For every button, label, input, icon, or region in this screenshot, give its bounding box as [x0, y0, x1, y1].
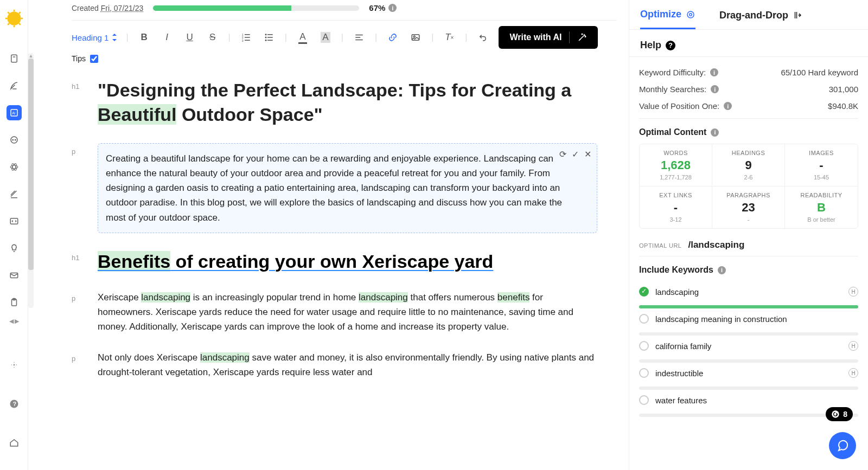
rail-bulb-icon[interactable] — [7, 241, 22, 256]
svg-point-38 — [265, 34, 266, 35]
metric-cell: HEADINGS92-6 — [712, 144, 785, 186]
rail-chev-right-icon[interactable]: ▶ — [15, 318, 19, 325]
paragraph-1[interactable]: Xeriscape landscaping is an increasingly… — [98, 290, 597, 334]
rail-underline-icon[interactable] — [7, 186, 22, 202]
ms-label: Monthly Searches: — [639, 85, 706, 94]
metric-cell: PARAGRAPHS23- — [712, 186, 785, 228]
rail-code-icon[interactable] — [7, 214, 22, 229]
keyword-text: landscaping meaning in construction — [655, 314, 858, 324]
info-icon[interactable]: i — [724, 102, 732, 110]
rail-mail-icon[interactable] — [7, 268, 22, 283]
info-icon[interactable]: i — [711, 128, 719, 137]
rail-home-icon[interactable] — [7, 435, 22, 450]
svg-point-16 — [10, 165, 18, 169]
keyword-row[interactable]: landscapingH — [639, 281, 858, 302]
info-icon[interactable]: i — [711, 85, 719, 93]
app-logo — [4, 9, 24, 28]
ai-suggestion-box[interactable]: ⟳ ✓ ✕ Creating a beautiful landscape for… — [98, 143, 597, 233]
keyword-text: landscaping — [655, 287, 842, 297]
target-icon — [686, 10, 695, 20]
keyword-row[interactable]: california familyH — [639, 336, 858, 356]
editor-toolbar: Heading 1 | B I U S | 123 | A A | | — [72, 26, 617, 53]
rail-ai-icon[interactable]: AI — [7, 105, 22, 120]
svg-point-49 — [585, 36, 586, 37]
rail-clipboard-icon[interactable] — [7, 295, 22, 310]
clear-format-button[interactable]: T× — [442, 30, 456, 44]
accept-icon[interactable]: ✓ — [572, 149, 579, 159]
tab-drag-drop[interactable]: Drag-and-Drop — [719, 9, 802, 29]
grammar-badge[interactable]: 8 — [826, 407, 853, 421]
svg-point-14 — [12, 139, 14, 140]
write-with-ai-button[interactable]: Write with AI — [499, 26, 598, 49]
svg-line-8 — [8, 23, 9, 25]
text-color-button[interactable]: A — [296, 30, 310, 44]
heading-1-benefits[interactable]: Benefits of creating your own Xeriscape … — [98, 249, 493, 274]
chat-button[interactable] — [829, 432, 856, 459]
svg-point-26 — [11, 364, 12, 365]
kd-value: 65/100 Hard keyword — [781, 68, 858, 77]
bold-button[interactable]: B — [137, 30, 151, 44]
svg-rect-35 — [245, 37, 250, 38]
paragraph-2[interactable]: Not only does Xeriscape landscaping save… — [98, 350, 597, 379]
strike-button[interactable]: S — [206, 30, 220, 44]
heading-badge: H — [848, 287, 858, 297]
underline-button[interactable]: U — [183, 30, 197, 44]
highlight-button[interactable]: A — [318, 30, 333, 44]
undo-button[interactable] — [476, 30, 490, 44]
keyword-text: water features — [655, 396, 858, 405]
svg-point-42 — [265, 40, 266, 41]
heading-1[interactable]: "Designing the Perfect Landscape: Tips f… — [98, 78, 597, 127]
info-icon[interactable]: i — [388, 4, 397, 12]
document-body[interactable]: h1 "Designing the Perfect Landscape: Tip… — [72, 78, 617, 380]
tips-toggle[interactable]: Tips — [72, 54, 617, 63]
editor-scrollbar[interactable] — [620, 65, 626, 394]
refresh-icon[interactable]: ⟳ — [559, 149, 566, 159]
left-sidebar: AI ◀▶ ? — [0, 0, 28, 470]
rail-sparkle-icon[interactable] — [7, 357, 22, 372]
include-keywords-title: Include Keywords — [639, 265, 713, 275]
keyword-status-icon — [639, 314, 649, 324]
rail-chat-icon[interactable] — [7, 132, 22, 147]
tab-help[interactable]: Help ? — [640, 40, 857, 51]
metric-cell: IMAGES-15-45 — [785, 144, 858, 186]
created-date: Fri, 07/21/23 — [101, 4, 144, 12]
keyword-row[interactable]: indestructibleH — [639, 363, 858, 383]
optimal-url-value: /landscaping — [688, 240, 744, 250]
keyword-status-icon — [639, 395, 649, 405]
ordered-list-button[interactable]: 123 — [239, 30, 253, 44]
svg-point-29 — [14, 367, 15, 368]
heading-badge: H — [848, 341, 858, 351]
keyword-list: landscapingHlandscaping meaning in const… — [639, 281, 858, 417]
vp-label: Value of Position One: — [639, 101, 719, 111]
drag-icon — [793, 10, 802, 20]
progress-bar — [153, 5, 359, 11]
rail-atom-icon[interactable] — [7, 159, 22, 175]
info-icon[interactable]: i — [718, 266, 726, 274]
rail-docs-icon[interactable] — [7, 51, 22, 66]
heading-select[interactable]: Heading 1 — [72, 33, 117, 42]
keyword-row[interactable]: water features — [639, 390, 858, 410]
svg-line-5 — [8, 12, 9, 14]
italic-button[interactable]: I — [160, 30, 174, 44]
svg-point-13 — [11, 137, 17, 143]
rail-feather-icon[interactable] — [7, 78, 22, 93]
rail-help-icon[interactable]: ? — [7, 396, 22, 411]
svg-point-15 — [15, 139, 16, 140]
metric-cell: WORDS1,6281,277-1,728 — [640, 144, 712, 186]
svg-point-53 — [832, 410, 839, 417]
info-icon[interactable]: i — [710, 68, 718, 76]
progress-percent: 67%i — [369, 3, 397, 12]
svg-text:?: ? — [12, 401, 16, 407]
optimal-content-title: Optimal Content — [639, 127, 706, 137]
keyword-row[interactable]: landscaping meaning in construction — [639, 308, 858, 329]
unordered-list-button[interactable] — [262, 30, 276, 44]
link-button[interactable] — [386, 30, 400, 44]
tips-checkbox[interactable] — [90, 55, 98, 63]
image-button[interactable] — [409, 30, 423, 44]
tab-optimize[interactable]: Optimize — [640, 9, 695, 29]
close-icon[interactable]: ✕ — [584, 149, 591, 159]
rail-chev-left-icon[interactable]: ◀ — [9, 318, 14, 325]
svg-rect-47 — [412, 35, 419, 41]
created-label: Created Fri, 07/21/23 — [72, 4, 143, 12]
align-button[interactable] — [352, 30, 366, 44]
